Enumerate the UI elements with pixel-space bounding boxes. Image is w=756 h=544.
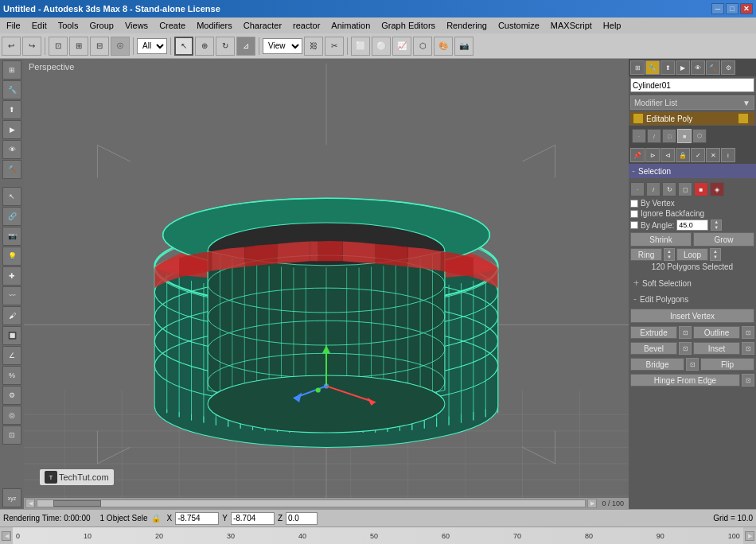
sel-vertex-icon[interactable]: · — [630, 182, 645, 196]
rp-x-icon[interactable]: ✕ — [706, 148, 720, 162]
hinge-settings[interactable]: ⊡ — [742, 374, 754, 387]
sel-poly-active-icon[interactable]: ■ — [694, 182, 708, 196]
select-scale-button[interactable]: ⊿ — [236, 37, 255, 56]
maximize-button[interactable]: □ — [726, 3, 738, 14]
modify-tool[interactable]: 🔧 — [2, 80, 21, 99]
tab-edge[interactable]: / — [647, 129, 661, 143]
rp-next-icon[interactable]: ⊳ — [645, 148, 660, 162]
grow-button[interactable]: Grow — [693, 232, 754, 247]
loop-up[interactable]: ▲ — [713, 249, 718, 255]
select-rotate-button[interactable]: ↻ — [216, 37, 235, 56]
menu-group[interactable]: Group — [84, 20, 119, 31]
color-clip-button[interactable]: 🎨 — [434, 37, 453, 56]
minimize-button[interactable]: ─ — [711, 3, 724, 14]
redo-button[interactable]: ↪ — [22, 37, 41, 56]
space-warp-tool[interactable]: 〰 — [2, 286, 21, 305]
material-button[interactable]: ⚪ — [372, 37, 391, 56]
menu-help[interactable]: Help — [598, 20, 626, 31]
y-input[interactable] — [231, 512, 275, 525]
viewport[interactable]: Perspective — [24, 59, 629, 509]
z-input[interactable] — [286, 512, 318, 525]
select-button[interactable]: ↖ — [174, 37, 193, 56]
bevel-button[interactable]: Bevel — [630, 342, 677, 355]
rp-info-icon[interactable]: i — [721, 148, 735, 162]
extrude-button[interactable]: Extrude — [630, 326, 677, 339]
menu-rendering[interactable]: Rendering — [442, 20, 492, 31]
timeline-slider[interactable]: 0 10 20 30 40 50 60 70 80 90 100 — [13, 527, 743, 544]
sel-border-icon[interactable]: ↻ — [662, 182, 676, 196]
selection-filter-tool[interactable]: ⊡ — [2, 425, 21, 445]
menu-reactor[interactable]: reactor — [288, 20, 325, 31]
undo-button[interactable]: ↩ — [2, 37, 21, 56]
tab-border[interactable]: □ — [662, 129, 676, 143]
schematic-button[interactable]: ⬡ — [413, 37, 432, 56]
loop-button[interactable]: Loop — [676, 248, 708, 261]
outline-button[interactable]: Outline — [693, 326, 740, 339]
rp-display-icon[interactable]: 👁 — [691, 60, 705, 75]
menu-edit[interactable]: Edit — [27, 20, 52, 31]
shrink-button[interactable]: Shrink — [630, 232, 692, 247]
render-button[interactable]: ⬜ — [351, 37, 370, 56]
loop-spinner[interactable]: ▲ ▼ — [710, 248, 721, 261]
angle-up[interactable]: ▲ — [714, 220, 719, 225]
rp-prev-icon[interactable]: ⊲ — [661, 148, 675, 162]
rp-extra-icon[interactable]: ⚙ — [721, 60, 735, 75]
menu-create[interactable]: Create — [154, 20, 190, 31]
display-tool[interactable]: 👁 — [2, 140, 21, 159]
ring-down[interactable]: ▼ — [667, 255, 672, 260]
rp-utilities-icon[interactable]: 🔨 — [706, 60, 720, 75]
rp-pin-icon[interactable]: 📌 — [630, 148, 645, 162]
extrude-settings[interactable]: ⊡ — [679, 326, 692, 339]
loop-down[interactable]: ▼ — [713, 255, 718, 260]
tab-polygon[interactable]: ■ — [677, 129, 692, 143]
lasso-select-button[interactable]: ⦾ — [111, 37, 130, 56]
snaps-tool[interactable]: 🔲 — [2, 326, 21, 345]
paint-tool[interactable]: 🖌 — [2, 306, 21, 325]
ring-spinner[interactable]: ▲ ▼ — [664, 248, 675, 261]
capture-button[interactable]: 📷 — [454, 37, 473, 56]
unlink-button[interactable]: ✂ — [325, 37, 344, 56]
x-input[interactable] — [175, 512, 219, 525]
menu-modifiers[interactable]: Modifiers — [192, 20, 237, 31]
insert-vertex-button[interactable]: Insert Vertex — [630, 309, 754, 323]
select-object-button[interactable]: ⊡ — [49, 37, 68, 56]
hierarchy-tool[interactable]: ⬆ — [2, 100, 21, 119]
angle-spinner[interactable]: ▲ ▼ — [711, 220, 722, 231]
modifier-list-dropdown[interactable]: Modifier List ▼ — [630, 95, 754, 110]
ring-up[interactable]: ▲ — [667, 249, 672, 255]
sel-poly-icon[interactable]: ◻ — [678, 182, 692, 196]
menu-tools[interactable]: Tools — [53, 20, 84, 31]
timeline-prev[interactable]: ◀ — [2, 531, 11, 541]
curve-editor-button[interactable]: 📈 — [392, 37, 411, 56]
edit-polygons-header[interactable]: - Edit Polygons — [630, 292, 754, 306]
menu-graph-editors[interactable]: Graph Editors — [376, 20, 440, 31]
ignore-backfacing-checkbox[interactable] — [630, 210, 638, 218]
bridge-settings[interactable]: ⊡ — [686, 358, 699, 371]
menu-maxscript[interactable]: MAXScript — [546, 20, 597, 31]
selection-collapse-icon[interactable]: - — [632, 165, 635, 177]
tab-vertex[interactable]: · — [632, 129, 646, 143]
outline-settings[interactable]: ⊡ — [742, 326, 754, 339]
object-name-input[interactable] — [630, 78, 754, 92]
rp-check-icon[interactable]: ✓ — [691, 148, 705, 162]
rp-motion-icon[interactable]: ▶ — [676, 60, 690, 75]
by-angle-checkbox[interactable] — [630, 221, 638, 229]
sel-edge-icon[interactable]: / — [646, 182, 661, 196]
bevel-settings[interactable]: ⊡ — [679, 342, 692, 355]
by-vertex-checkbox[interactable] — [630, 200, 638, 208]
menu-customize[interactable]: Customize — [493, 20, 544, 31]
link-tool[interactable]: 🔗 — [2, 207, 21, 226]
select-tool[interactable]: ↖ — [2, 187, 21, 206]
menu-file[interactable]: File — [2, 20, 25, 31]
angle-down[interactable]: ▼ — [714, 225, 719, 231]
helper-tool[interactable]: ✚ — [2, 266, 21, 286]
menu-animation[interactable]: Animation — [326, 20, 375, 31]
flip-button[interactable]: Flip — [700, 358, 754, 371]
edit-poly-collapse-icon[interactable]: - — [633, 293, 637, 305]
utilities-tool[interactable]: 🔨 — [2, 160, 21, 179]
camera-tool[interactable]: 📷 — [2, 227, 21, 246]
hscroll-left[interactable]: ◀ — [25, 499, 35, 508]
light-tool[interactable]: 💡 — [2, 247, 21, 266]
sel-element-icon[interactable]: ◈ — [710, 182, 724, 196]
filter-dropdown[interactable]: All — [137, 38, 167, 54]
